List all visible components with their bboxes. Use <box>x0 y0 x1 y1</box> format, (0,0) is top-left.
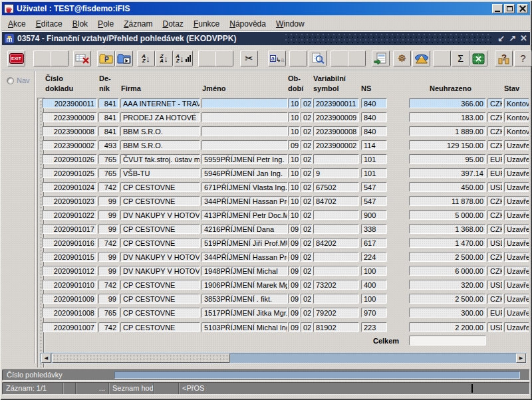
cell-ns[interactable]: 223 <box>361 322 387 332</box>
cell-stav[interactable]: Uzavřeno <box>504 322 529 332</box>
cell-ns[interactable]: 840 <box>361 112 387 122</box>
help-button[interactable]: ? <box>514 50 532 66</box>
cell-jmeno[interactable] <box>201 140 288 150</box>
cell-stav[interactable]: Uzavřeno <box>504 182 529 192</box>
minimize-button[interactable] <box>492 4 503 13</box>
cell-ob1[interactable]: 09 <box>288 280 300 290</box>
cell-mena[interactable]: USD <box>487 182 503 192</box>
cell-firma[interactable]: DV NAKUPY V HOTOVOSTI <box>120 210 200 220</box>
cell-mena[interactable]: USD <box>487 322 503 332</box>
delete-record-button[interactable] <box>73 50 91 66</box>
cell-stav[interactable]: Uzavřeno <box>504 266 529 276</box>
menu-pole[interactable]: Pole <box>94 18 117 30</box>
cell-jmeno[interactable] <box>201 98 288 108</box>
close-button[interactable] <box>517 4 528 13</box>
cell-jmeno[interactable]: 5946PŘÍJMENÍ Jan Ing. <box>201 168 288 178</box>
cell-ob1[interactable]: 10 <box>288 112 300 122</box>
cell-ob1[interactable]: 10 <box>288 210 300 220</box>
cell-ns[interactable]: 100 <box>361 266 387 276</box>
exit-button[interactable]: EXIT <box>7 50 25 66</box>
cell-cislo[interactable]: 2020901009 <box>42 294 97 304</box>
menu-zaznam[interactable]: Záznam <box>120 18 156 30</box>
cell-cislo[interactable]: 2023900009 <box>42 112 97 122</box>
menu-funkce[interactable]: Funkce <box>190 18 223 30</box>
cell-ob1[interactable]: 09 <box>288 308 300 318</box>
cell-vs[interactable] <box>313 154 359 164</box>
cell-mena[interactable]: CZK <box>487 112 503 122</box>
cell-ob2[interactable]: 02 <box>301 266 313 276</box>
cell-firma[interactable]: CP CESTOVNE <box>120 294 200 304</box>
cell-ob1[interactable]: 09 <box>288 322 300 332</box>
cell-stav[interactable]: Uzavřeno <box>504 238 529 248</box>
cell-ob2[interactable]: 02 <box>301 294 313 304</box>
cell-ns[interactable]: 970 <box>361 308 387 318</box>
cell-vs[interactable]: 67502 <box>313 182 359 192</box>
cell-firma[interactable]: PRODEJ ZA HOTOVÉ <box>120 112 200 122</box>
cell-ns[interactable]: 114 <box>361 140 387 150</box>
cell-jmeno[interactable]: 5103PŘÍJMENÍ Michal Ing. <box>201 322 288 332</box>
cell-denik[interactable]: 742 <box>98 280 119 290</box>
cell-ob1[interactable]: 09 <box>288 252 300 262</box>
cell-ob2[interactable]: 02 <box>301 126 313 136</box>
cell-ob1[interactable]: 10 <box>288 168 300 178</box>
cell-vs[interactable] <box>313 252 359 262</box>
cell-denik[interactable]: 99 <box>98 252 119 262</box>
excel-export-button[interactable] <box>469 50 487 66</box>
cell-vs[interactable]: 2023900002 <box>313 140 359 150</box>
cell-ns[interactable]: 900 <box>361 210 387 220</box>
cell-cislo[interactable]: 2023900011 <box>42 98 97 108</box>
cell-mena[interactable]: CZK <box>487 140 503 150</box>
cell-vs[interactable] <box>313 210 359 220</box>
menu-napoveda[interactable]: Nápověda <box>226 18 269 30</box>
horizontal-scrollbar-thumb[interactable] <box>52 353 230 363</box>
child-maximize-icon[interactable]: ↗ <box>509 33 516 44</box>
cell-ob2[interactable]: 02 <box>301 98 313 108</box>
cell-stav[interactable]: Uzavřeno <box>504 154 529 164</box>
cell-firma[interactable]: CP CESTOVNE <box>120 196 200 206</box>
blank-button-4[interactable] <box>215 50 233 66</box>
cell-stav[interactable]: Uzavřeno <box>504 140 529 150</box>
cell-ob1[interactable]: 09 <box>288 266 300 276</box>
cell-firma[interactable]: CP CESTOVNE <box>120 308 200 318</box>
cell-denik[interactable]: 742 <box>98 182 119 192</box>
blank-button-6[interactable] <box>331 50 348 66</box>
cell-firma[interactable]: DV NAKUPY V HOTOVOSTI <box>120 266 200 276</box>
cell-jmeno[interactable]: 1517PŘÍJMENÍ Jitka Mgr. <box>201 308 288 318</box>
folder-p-button[interactable]: P <box>97 50 115 66</box>
cell-neuhrazeno[interactable]: 1 470.00 <box>409 238 486 248</box>
copy-field-button[interactable]: a↳a <box>268 50 286 66</box>
blank-button-5[interactable] <box>289 50 307 66</box>
sum-button[interactable]: Σ <box>452 50 469 66</box>
menu-blok[interactable]: Blok <box>69 18 91 30</box>
cell-jmeno[interactable]: 3853PŘÍJMENÍ . fikt. <box>201 294 288 304</box>
cell-firma[interactable]: BBM S.R.O. <box>120 140 200 150</box>
cell-jmeno[interactable]: 344PŘÍJMENÍ Hassan Prof.Dr <box>201 252 288 262</box>
cell-ob1[interactable]: 09 <box>288 140 300 150</box>
cell-denik[interactable]: 765 <box>98 154 119 164</box>
run-folder-button[interactable] <box>115 50 133 66</box>
cell-mena[interactable]: CZK <box>487 98 503 108</box>
cell-cislo[interactable]: 2023900008 <box>42 126 97 136</box>
image-chart-button[interactable] <box>412 50 430 66</box>
cell-stav[interactable]: Kontováno <box>504 126 529 136</box>
cell-ob2[interactable]: 02 <box>301 238 313 248</box>
cell-neuhrazeno[interactable]: 11 878.00 <box>409 196 486 206</box>
blank-button-8[interactable] <box>433 50 451 66</box>
cell-mena[interactable]: CZK <box>487 224 503 234</box>
menu-akce[interactable]: Akce <box>5 18 29 30</box>
cell-ob1[interactable]: 09 <box>288 224 300 234</box>
cell-vs[interactable]: 2023900009 <box>313 112 359 122</box>
cell-cislo[interactable]: 2020901016 <box>42 238 97 248</box>
cell-mena[interactable]: USD <box>487 280 503 290</box>
cell-ob2[interactable]: 02 <box>301 196 313 206</box>
cell-ob2[interactable]: 02 <box>301 224 313 234</box>
cell-vs[interactable]: 84202 <box>313 238 359 248</box>
cell-denik[interactable]: 742 <box>98 238 119 248</box>
cell-cislo[interactable]: 2020901023 <box>42 196 97 206</box>
cell-jmeno[interactable]: 4216PŘÍJMENÍ Dana <box>201 224 288 234</box>
cell-jmeno[interactable]: 671PŘÍJMENÍ Vlasta Ing. <box>201 182 288 192</box>
cell-ns[interactable]: 547 <box>361 196 387 206</box>
horizontal-scrollbar[interactable]: ◀ ▶ <box>41 353 527 363</box>
cell-ob2[interactable]: 02 <box>301 112 313 122</box>
child-restore-icon[interactable]: ↙ <box>497 33 505 44</box>
